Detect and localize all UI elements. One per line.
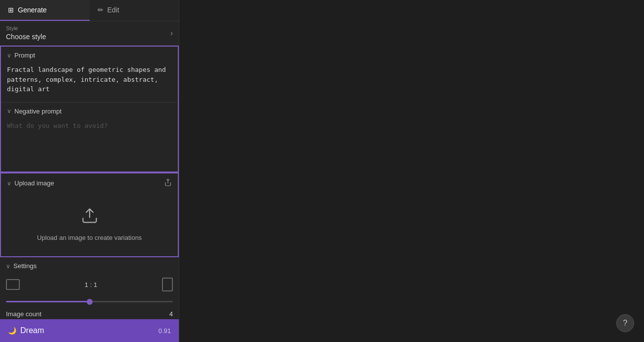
dream-button-label: Dream <box>20 326 44 335</box>
aspect-ratio-value: 1 : 1 <box>85 281 97 288</box>
upload-text: Upload an image to create variations <box>37 234 142 241</box>
upload-image-section: ∨ Upload image Upload an image to creat <box>0 172 179 257</box>
tab-edit[interactable]: ✏ Edit <box>90 0 179 21</box>
upload-drop-zone[interactable]: Upload an image to create variations <box>1 192 178 256</box>
aspect-portrait-icon[interactable] <box>162 278 173 291</box>
chevron-down-icon: ∨ <box>7 52 11 59</box>
prompt-label: Prompt <box>14 52 35 59</box>
settings-label: Settings <box>13 262 37 270</box>
main-content <box>179 0 644 342</box>
chevron-down-icon-3: ∨ <box>7 180 11 187</box>
upload-image-label: Upload image <box>14 179 54 187</box>
settings-header[interactable]: ∨ Settings <box>0 257 179 274</box>
dream-version: 0.91 <box>159 327 171 335</box>
image-count-row: Image count 4 <box>6 310 173 318</box>
dream-icon: 🌙 <box>8 327 16 335</box>
style-info: Style Choose style <box>6 25 46 41</box>
generate-icon: ⊞ <box>8 6 14 14</box>
prompt-input[interactable] <box>1 63 178 100</box>
style-row[interactable]: Style Choose style › <box>0 21 179 46</box>
chevron-down-icon-4: ∨ <box>6 263 10 270</box>
negative-prompt-header[interactable]: ∨ Negative prompt <box>1 103 178 119</box>
image-count-value: 4 <box>169 310 173 318</box>
style-label: Style <box>6 25 46 31</box>
negative-prompt-label: Negative prompt <box>14 108 61 115</box>
aspect-ratio-slider[interactable] <box>6 301 173 302</box>
aspect-ratio-slider-container <box>6 295 173 304</box>
tab-generate-label: Generate <box>18 6 47 14</box>
edit-icon: ✏ <box>98 6 104 14</box>
aspect-landscape-icon[interactable] <box>6 279 20 290</box>
chevron-down-icon-2: ∨ <box>7 108 11 114</box>
style-value: Choose style <box>6 33 46 41</box>
prompt-section: ∨ Prompt ∨ Negative prompt <box>0 46 179 172</box>
sidebar: ⊞ Generate ✏ Edit Style Choose style › ∨… <box>0 0 179 342</box>
tab-generate[interactable]: ⊞ Generate <box>0 0 90 21</box>
upload-image-header[interactable]: ∨ Upload image <box>1 173 178 192</box>
upload-icon <box>81 207 99 228</box>
negative-prompt-input[interactable] <box>1 119 178 170</box>
image-count-label: Image count <box>6 310 42 318</box>
share-icon <box>164 178 172 188</box>
dream-button[interactable]: 🌙 Dream 0.91 <box>0 319 179 342</box>
tab-edit-label: Edit <box>107 6 119 14</box>
tab-bar: ⊞ Generate ✏ Edit <box>0 0 179 21</box>
help-button[interactable]: ? <box>616 314 634 332</box>
aspect-ratio-row: 1 : 1 <box>6 278 173 291</box>
prompt-header[interactable]: ∨ Prompt <box>1 47 178 63</box>
help-label: ? <box>623 319 628 328</box>
dream-label: 🌙 Dream <box>8 326 44 335</box>
chevron-right-icon: › <box>170 29 173 38</box>
